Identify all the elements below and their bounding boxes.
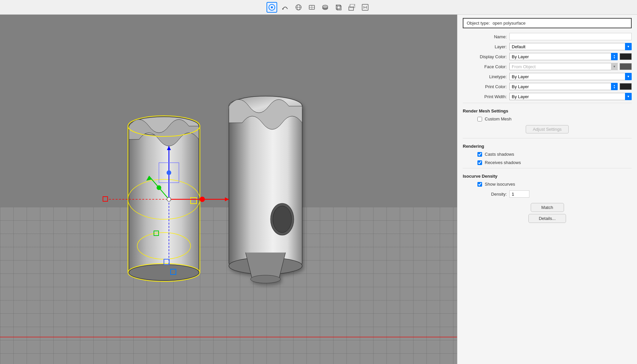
- casts-shadows-row: Casts shadows: [457, 151, 637, 158]
- mesh-tool-icon[interactable]: [293, 2, 304, 13]
- layer-select[interactable]: Default: [509, 43, 632, 50]
- properties-panel: Object type: open polysurface Name: Laye…: [457, 15, 637, 364]
- face-color-select-wrapper: From Object ▼: [509, 63, 618, 70]
- svg-point-29: [273, 206, 292, 233]
- name-input[interactable]: [509, 33, 632, 40]
- action-buttons-container: Match Details...: [457, 199, 637, 227]
- object-type-header: Object type: open polysurface: [463, 18, 632, 28]
- isocurve-section-title: Isocurve Density: [457, 170, 637, 181]
- receives-shadows-label[interactable]: Receives shadows: [485, 160, 521, 165]
- svg-point-49: [167, 170, 171, 175]
- display-color-select-wrapper: By Layer: [509, 53, 618, 60]
- svg-point-10: [322, 5, 328, 8]
- svg-point-2: [282, 8, 284, 10]
- receives-shadows-checkbox[interactable]: [477, 160, 482, 165]
- svg-point-27: [251, 275, 281, 283]
- match-button[interactable]: Match: [531, 203, 564, 212]
- face-color-select-arrow[interactable]: ▼: [611, 63, 618, 70]
- face-color-row: Face Color: From Object ▼: [457, 63, 637, 70]
- layer-select-wrapper: Default ▼: [509, 43, 632, 50]
- print-color-label: Print Color:: [463, 84, 509, 89]
- print-width-row: Print Width: By Layer ▼: [457, 93, 637, 100]
- toolbar: [0, 0, 637, 15]
- print-width-select-wrapper: By Layer ▼: [509, 93, 632, 100]
- main-area: Object type: open polysurface Name: Laye…: [0, 15, 637, 364]
- custom-mesh-checkbox[interactable]: [477, 117, 482, 121]
- print-width-select-arrow[interactable]: ▼: [625, 93, 632, 100]
- custom-mesh-row: Custom Mesh: [457, 115, 637, 122]
- adjust-settings-button[interactable]: Adjust Settings: [526, 125, 569, 133]
- casts-shadows-checkbox[interactable]: [477, 152, 482, 157]
- casts-shadows-label[interactable]: Casts shadows: [485, 152, 514, 157]
- display-color-select-arrows[interactable]: [611, 53, 618, 60]
- density-label: Density:: [463, 192, 509, 197]
- viewport[interactable]: [0, 15, 457, 364]
- select-icon[interactable]: [267, 2, 277, 13]
- layer-label: Layer:: [463, 44, 509, 49]
- render-mesh-section-title: Render Mesh Settings: [457, 105, 637, 115]
- print-width-select[interactable]: By Layer: [509, 93, 632, 100]
- receives-shadows-row: Receives shadows: [457, 159, 637, 166]
- face-color-select[interactable]: From Object: [509, 63, 618, 70]
- svg-rect-53: [103, 197, 108, 201]
- svg-point-1: [271, 6, 273, 8]
- linetype-select-arrow[interactable]: ▼: [625, 73, 632, 80]
- details-button[interactable]: Details...: [528, 214, 566, 223]
- rendering-section-title: Rendering: [457, 140, 637, 151]
- layer-row: Layer: Default ▼: [457, 43, 637, 50]
- name-label: Name:: [463, 34, 509, 39]
- display-color-select[interactable]: By Layer: [509, 53, 618, 60]
- print-width-label: Print Width:: [463, 94, 509, 99]
- adjust-settings-container: Adjust Settings: [457, 124, 637, 136]
- custom-mesh-label[interactable]: Custom Mesh: [485, 116, 511, 121]
- svg-rect-12: [337, 6, 341, 10]
- dimension-tool-icon[interactable]: [360, 2, 370, 13]
- solid-tool-icon[interactable]: [320, 2, 330, 13]
- object-type-label: Object type:: [467, 21, 490, 26]
- linetype-label: Linetype:: [463, 74, 509, 79]
- svg-marker-42: [225, 197, 229, 201]
- show-isocurves-row: Show isocurves: [457, 181, 637, 188]
- extrude-tool-icon[interactable]: [346, 2, 357, 13]
- linetype-select-wrapper: By Layer ▼: [509, 73, 632, 80]
- object-type-value: open polysurface: [492, 21, 525, 26]
- box-tool-icon[interactable]: [333, 2, 344, 13]
- surface-tool-icon[interactable]: [307, 2, 317, 13]
- layer-select-arrow[interactable]: ▼: [625, 43, 632, 50]
- face-color-swatch[interactable]: [620, 63, 632, 70]
- svg-rect-24: [229, 106, 302, 266]
- display-color-label: Display Color:: [463, 54, 509, 59]
- print-color-select-wrapper: By Layer: [509, 83, 618, 90]
- density-input[interactable]: [509, 190, 529, 198]
- show-isocurves-label[interactable]: Show isocurves: [485, 182, 515, 187]
- display-color-swatch[interactable]: [620, 53, 632, 60]
- svg-point-51: [200, 197, 205, 202]
- linetype-row: Linetype: By Layer ▼: [457, 73, 637, 80]
- svg-point-32: [129, 265, 199, 280]
- print-color-select[interactable]: By Layer: [509, 83, 618, 90]
- density-row: Density:: [457, 189, 637, 199]
- curve-tool-icon[interactable]: [280, 2, 291, 13]
- print-color-row: Print Color: By Layer: [457, 83, 637, 90]
- display-color-row: Display Color: By Layer: [457, 53, 637, 60]
- show-isocurves-checkbox[interactable]: [477, 182, 482, 187]
- svg-point-50: [167, 197, 171, 201]
- face-color-label: Face Color:: [463, 64, 509, 69]
- name-row: Name:: [457, 33, 637, 40]
- print-color-select-arrows[interactable]: [611, 83, 618, 90]
- print-color-swatch[interactable]: [620, 83, 632, 90]
- 3d-model-svg: [102, 73, 309, 306]
- svg-point-52: [157, 185, 161, 190]
- linetype-select[interactable]: By Layer: [509, 73, 632, 80]
